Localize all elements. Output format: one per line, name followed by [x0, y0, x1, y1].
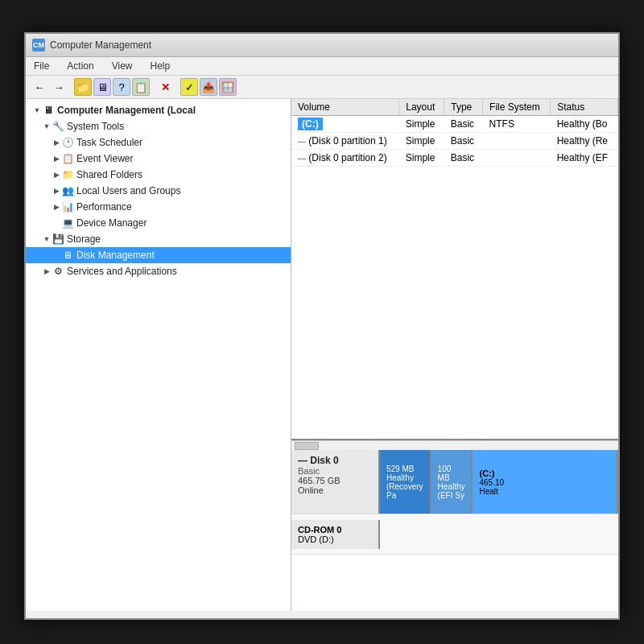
col-layout[interactable]: Layout	[399, 99, 444, 116]
tree-item-event-viewer[interactable]: ▶ 📋 Event Viewer	[26, 151, 291, 167]
help-button[interactable]: ?	[113, 78, 130, 96]
tree-item-disk-management[interactable]: ▶ 🖥 Disk Management	[26, 247, 291, 263]
storage-icon: 💾	[52, 233, 64, 246]
performance-icon: 📊	[61, 200, 74, 213]
local-users-expand-icon[interactable]: ▶	[52, 186, 61, 196]
tree-item-system-tools[interactable]: ▼ 🔧 System Tools	[26, 118, 291, 134]
cell-fs	[483, 150, 551, 167]
event-viewer-icon: 📋	[61, 152, 74, 165]
cdrom-type: DVD (D:)	[298, 535, 372, 544]
cell-volume: (C:)	[291, 116, 399, 133]
scrollbar-thumb[interactable]	[295, 442, 319, 450]
partition-recovery[interactable]: 529 MB Healthy (Recovery Pa	[380, 450, 431, 514]
table-row[interactable]: (C:) Simple Basic NTFS Healthy (Bo	[291, 116, 618, 133]
volume-table: Volume Layout Type File System Status (C…	[291, 99, 618, 167]
storage-expand-icon[interactable]: ▼	[42, 234, 52, 244]
disk-mgmt-icon: 🖥	[61, 249, 74, 262]
performance-expand-icon[interactable]: ▶	[52, 202, 61, 212]
cell-fs: NTFS	[483, 116, 551, 133]
cell-status: Healthy (Re	[551, 133, 618, 150]
snapin-button[interactable]: 📋	[132, 78, 150, 96]
tree-root[interactable]: ▼ 🖥 Computer Management (Local	[26, 102, 291, 118]
folder-button[interactable]: 📁	[74, 78, 92, 96]
services-icon: ⚙	[52, 265, 64, 278]
export-button[interactable]: 📤	[200, 78, 217, 96]
menu-help[interactable]: Help	[147, 60, 174, 72]
console-button[interactable]: 🖥	[93, 78, 111, 96]
tree-root-label: Computer Management (Local	[57, 105, 196, 116]
col-volume[interactable]: Volume	[291, 99, 399, 116]
toolbar: ← → 📁 🖥 ? 📋 ✕ ✓ 📤 🪟	[26, 76, 618, 99]
disk-0-partitions: 529 MB Healthy (Recovery Pa 100 MB Healt…	[380, 450, 618, 514]
performance-label: Performance	[76, 201, 132, 213]
col-filesystem[interactable]: File System	[483, 99, 551, 116]
window-button[interactable]: 🪟	[219, 78, 237, 96]
services-label: Services and Applications	[67, 266, 177, 277]
tree-item-device-manager[interactable]: ▶ 💻 Device Manager	[26, 215, 291, 231]
menu-bar: File Action View Help	[26, 57, 618, 76]
system-tools-label: System Tools	[67, 121, 124, 132]
partition-c[interactable]: (C:) 465.10 Healt	[473, 450, 618, 514]
disk-0-name: — Disk 0	[298, 455, 372, 466]
cell-type: Basic	[444, 133, 483, 150]
cell-layout: Simple	[399, 116, 444, 133]
tree-sidebar: ▼ 🖥 Computer Management (Local ▼ 🔧 Syste…	[26, 99, 291, 611]
part-efi-size: 100 MB	[438, 464, 465, 482]
table-row[interactable]: — (Disk 0 partition 1) Simple Basic Heal…	[291, 133, 618, 150]
services-expand-icon[interactable]: ▶	[42, 266, 52, 276]
window-title: Computer Management	[50, 39, 151, 51]
cell-type: Basic	[444, 150, 483, 167]
device-manager-icon: 💻	[61, 217, 74, 229]
computer-management-window: CM Computer Management File Action View …	[24, 32, 620, 620]
forward-button[interactable]: →	[50, 78, 68, 96]
cell-volume: — (Disk 0 partition 2)	[291, 150, 399, 167]
cell-status: Healthy (Bo	[551, 116, 618, 133]
tree-item-local-users[interactable]: ▶ 👥 Local Users and Groups	[26, 183, 291, 199]
tree-item-task-scheduler[interactable]: ▶ 🕐 Task Scheduler	[26, 134, 291, 151]
partition-efi[interactable]: 100 MB Healthy (EFI Sy	[431, 450, 473, 514]
menu-file[interactable]: File	[31, 60, 52, 72]
disk-0-type: Basic	[298, 466, 372, 476]
tree-item-storage[interactable]: ▼ 💾 Storage	[26, 231, 291, 247]
cell-fs	[483, 133, 551, 150]
root-icon: 🖥	[42, 104, 55, 117]
event-viewer-label: Event Viewer	[76, 153, 133, 164]
menu-action[interactable]: Action	[64, 60, 97, 72]
event-viewer-expand-icon[interactable]: ▶	[52, 154, 61, 163]
shared-folders-icon: 📁	[61, 168, 74, 181]
shared-folders-label: Shared Folders	[76, 169, 142, 180]
tree-item-services[interactable]: ▶ ⚙ Services and Applications	[26, 263, 291, 279]
storage-label: Storage	[67, 233, 101, 245]
part-recovery-desc: Healthy (Recovery Pa	[386, 473, 423, 500]
col-type[interactable]: Type	[444, 99, 483, 116]
cdrom-name: CD-ROM 0	[298, 525, 372, 535]
cell-layout: Simple	[399, 133, 444, 150]
tree-item-performance[interactable]: ▶ 📊 Performance	[26, 199, 291, 215]
col-status[interactable]: Status	[551, 99, 618, 116]
shared-folders-expand-icon[interactable]: ▶	[52, 170, 61, 180]
task-scheduler-label: Task Scheduler	[76, 137, 142, 148]
delete-button[interactable]: ✕	[156, 78, 174, 96]
task-scheduler-expand-icon[interactable]: ▶	[52, 138, 61, 147]
part-c-name: (C:)	[479, 469, 610, 478]
main-area: ▼ 🖥 Computer Management (Local ▼ 🔧 Syste…	[26, 99, 618, 611]
tree-item-shared-folders[interactable]: ▶ 📁 Shared Folders	[26, 167, 291, 183]
volume-table-container: Volume Layout Type File System Status (C…	[291, 99, 618, 440]
disk-0-row: — Disk 0 Basic 465.75 GB Online 529 MB H…	[291, 450, 618, 514]
title-bar: CM Computer Management	[26, 34, 618, 57]
menu-view[interactable]: View	[109, 60, 136, 72]
disk-0-label: — Disk 0 Basic 465.75 GB Online	[291, 450, 380, 514]
cell-status: Healthy (EF	[551, 150, 618, 167]
back-button[interactable]: ←	[31, 78, 48, 96]
root-expand-icon[interactable]: ▼	[32, 105, 42, 115]
part-c-desc: Healt	[479, 487, 610, 496]
cell-volume: — (Disk 0 partition 1)	[291, 133, 399, 150]
horizontal-scrollbar[interactable]	[291, 440, 618, 450]
properties-button[interactable]: ✓	[180, 78, 198, 96]
disk-map: — Disk 0 Basic 465.75 GB Online 529 MB H…	[291, 450, 618, 611]
table-row[interactable]: — (Disk 0 partition 2) Simple Basic Heal…	[291, 150, 618, 167]
part-c-size: 465.10	[479, 478, 610, 487]
cell-type: Basic	[444, 116, 483, 133]
system-tools-expand-icon[interactable]: ▼	[42, 122, 52, 131]
cell-layout: Simple	[399, 150, 444, 167]
